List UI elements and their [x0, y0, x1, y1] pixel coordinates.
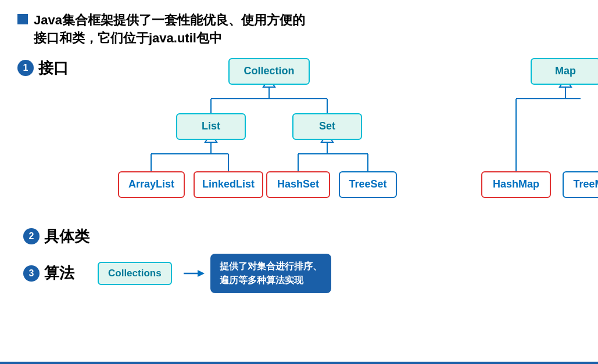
- node-map: Map: [531, 58, 598, 85]
- section1-label: 1 接口: [17, 58, 69, 78]
- interface-section-row: 1 接口: [17, 58, 581, 221]
- header-line2: 接口和类，它们位于java.util包中: [34, 31, 222, 45]
- desc-line1: 提供了对集合进行排序、: [220, 261, 322, 271]
- header-bullet: [17, 14, 28, 24]
- bottom-divider: [0, 362, 598, 364]
- section2-label: 2 具体类: [23, 226, 89, 247]
- svg-marker-23: [198, 270, 205, 277]
- node-treeset: TreeSet: [339, 171, 397, 198]
- node-list: List: [176, 113, 246, 140]
- node-hashset: HashSet: [266, 171, 330, 198]
- section2-number: 2: [23, 228, 40, 244]
- arrow-right: [182, 268, 206, 279]
- section3-title: 算法: [44, 263, 74, 283]
- collections-box: Collections: [98, 262, 172, 285]
- section2-row: 2 具体类: [23, 226, 581, 247]
- section1-title: 接口: [38, 58, 69, 78]
- page-container: Java集合框架提供了一套性能优良、使用方便的 接口和类，它们位于java.ut…: [0, 0, 598, 364]
- desc-line2: 遍历等多种算法实现: [220, 275, 303, 285]
- header-text: Java集合框架提供了一套性能优良、使用方便的 接口和类，它们位于java.ut…: [34, 12, 305, 48]
- section1-number: 1: [17, 60, 34, 76]
- arrow-right-svg: [182, 268, 206, 279]
- section3-row: 3 算法 Collections 提供了对集合进行排序、 遍历等多种算法实现: [23, 254, 581, 293]
- node-hashmap: HashMap: [481, 171, 551, 198]
- header-section: Java集合框架提供了一套性能优良、使用方便的 接口和类，它们位于java.ut…: [17, 12, 581, 48]
- section3-content: Collections 提供了对集合进行排序、 遍历等多种算法实现: [98, 254, 331, 293]
- description-box: 提供了对集合进行排序、 遍历等多种算法实现: [210, 254, 331, 293]
- node-linkedlist: LinkedList: [194, 171, 263, 198]
- bottom-sections: 2 具体类 3 算法 Collections: [23, 226, 581, 293]
- node-set: Set: [292, 113, 362, 140]
- section3-number: 3: [23, 265, 40, 282]
- node-arraylist: ArrayList: [118, 171, 185, 198]
- header-line1: Java集合框架提供了一套性能优良、使用方便的: [34, 13, 305, 27]
- diagram-area: Collection List Set ArrayList LinkedList…: [86, 58, 581, 221]
- section3-label: 3 算法: [23, 263, 74, 283]
- section2-title: 具体类: [44, 226, 89, 247]
- node-collection: Collection: [228, 58, 310, 85]
- node-treemap: TreeMap: [563, 171, 598, 198]
